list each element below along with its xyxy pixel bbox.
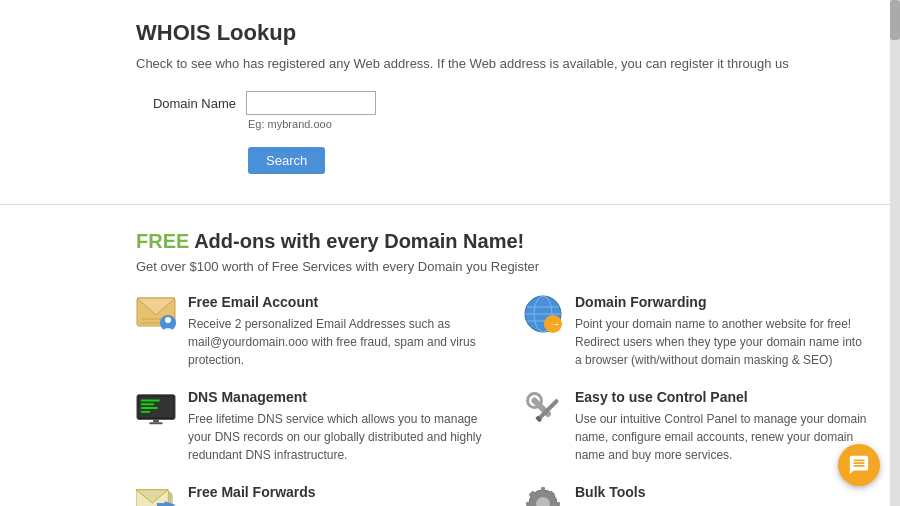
svg-text:→: →	[549, 317, 561, 331]
addons-title: FREE Add-ons with every Domain Name!	[136, 230, 870, 253]
feature-control-title: Easy to use Control Panel	[575, 389, 870, 405]
domain-input-hint: Eg: mybrand.ooo	[248, 118, 376, 130]
svg-rect-15	[141, 399, 160, 401]
svg-rect-20	[149, 422, 162, 424]
whois-section: WHOIS Lookup Check to see who has regist…	[0, 0, 900, 205]
svg-rect-17	[141, 407, 158, 409]
feature-control: Easy to use Control Panel Use our intuit…	[523, 389, 870, 464]
feature-bulk-content: Bulk Tools Easy to use bulk tools to hel…	[575, 484, 802, 506]
page-title: WHOIS Lookup	[136, 20, 870, 46]
search-button[interactable]: Search	[248, 147, 325, 174]
domain-forwarding-icon: →	[523, 294, 563, 334]
feature-forwarding-desc: Point your domain name to another websit…	[575, 315, 870, 369]
feature-email-content: Free Email Account Receive 2 personalize…	[188, 294, 483, 369]
feature-dns-desc: Free lifetime DNS service which allows y…	[188, 410, 483, 464]
scrollbar[interactable]	[890, 0, 900, 506]
mail-forward-icon	[136, 484, 176, 506]
feature-forwarding: → Domain Forwarding Point your domain na…	[523, 294, 870, 369]
features-grid: Free Email Account Receive 2 personalize…	[136, 294, 870, 506]
free-text: FREE	[136, 230, 189, 252]
svg-rect-36	[554, 502, 560, 506]
scrollbar-thumb[interactable]	[890, 0, 900, 40]
feature-email-title: Free Email Account	[188, 294, 483, 310]
svg-rect-35	[526, 502, 532, 506]
feature-mailforward: Free Mail Forwards Create free email for…	[136, 484, 483, 506]
feature-control-content: Easy to use Control Panel Use our intuit…	[575, 389, 870, 464]
feature-dns-content: DNS Management Free lifetime DNS service…	[188, 389, 483, 464]
domain-name-input[interactable]	[246, 91, 376, 115]
svg-rect-33	[541, 487, 545, 493]
control-panel-icon	[523, 389, 563, 429]
domain-name-label: Domain Name	[136, 91, 236, 111]
domain-input-group: Eg: mybrand.ooo	[246, 91, 376, 130]
domain-form-row: Domain Name Eg: mybrand.ooo	[136, 91, 870, 130]
dns-icon	[136, 389, 176, 429]
feature-email-desc: Receive 2 personalized Email Addresses s…	[188, 315, 483, 369]
feature-bulk-title: Bulk Tools	[575, 484, 802, 500]
svg-rect-16	[141, 403, 154, 405]
page-subtitle: Check to see who has registered any Web …	[136, 56, 870, 71]
feature-mailforward-title: Free Mail Forwards	[188, 484, 483, 500]
email-icon	[136, 294, 176, 334]
feature-email: Free Email Account Receive 2 personalize…	[136, 294, 483, 369]
feature-mailforward-content: Free Mail Forwards Create free email for…	[188, 484, 483, 506]
feature-dns: DNS Management Free lifetime DNS service…	[136, 389, 483, 464]
feature-dns-title: DNS Management	[188, 389, 483, 405]
svg-point-5	[165, 317, 171, 323]
feature-bulk: Bulk Tools Easy to use bulk tools to hel…	[523, 484, 870, 506]
svg-rect-18	[141, 411, 151, 413]
addons-subtitle: Get over $100 worth of Free Services wit…	[136, 259, 870, 274]
bulk-tools-icon	[523, 484, 563, 506]
feature-control-desc: Use our intuitive Control Panel to manag…	[575, 410, 870, 464]
chat-icon	[848, 454, 870, 476]
svg-rect-19	[153, 419, 159, 422]
feature-forwarding-content: Domain Forwarding Point your domain name…	[575, 294, 870, 369]
addons-section: FREE Add-ons with every Domain Name! Get…	[0, 205, 900, 506]
feature-forwarding-title: Domain Forwarding	[575, 294, 870, 310]
chat-button[interactable]	[838, 444, 880, 486]
